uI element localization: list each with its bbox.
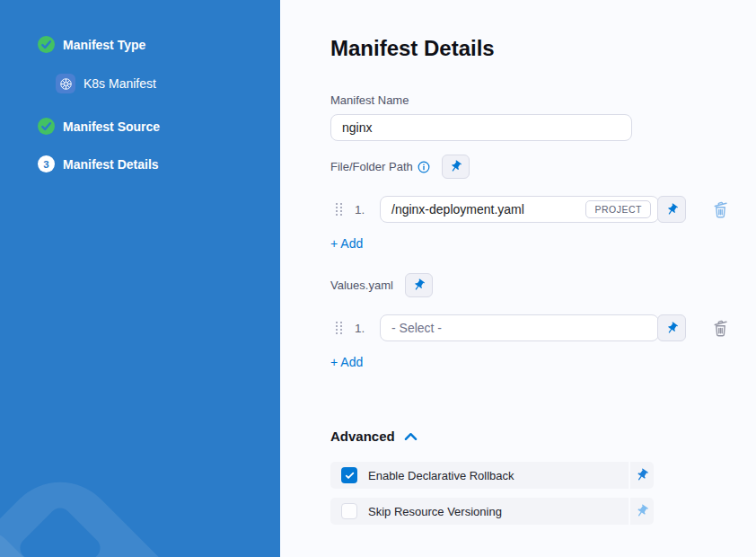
add-values-yaml-link[interactable]: + Add xyxy=(330,355,363,369)
option-label: Skip Resource Versioning xyxy=(368,505,502,518)
option-main: Enable Declarative Rollback xyxy=(330,462,629,489)
trash-icon xyxy=(711,318,730,339)
runtime-input-pin-button[interactable] xyxy=(657,196,686,223)
values-yaml-header: Values.yaml xyxy=(330,273,756,297)
select-placeholder: - Select - xyxy=(391,321,651,335)
runtime-input-pin-button[interactable] xyxy=(630,498,654,525)
values-yaml-select[interactable]: - Select - xyxy=(380,314,659,341)
manifest-name-input[interactable] xyxy=(330,114,632,141)
values-yaml-input-group: - Select - xyxy=(380,314,686,341)
option-label: Enable Declarative Rollback xyxy=(368,469,514,482)
option-row-declarative-rollback: Enable Declarative Rollback xyxy=(330,462,654,489)
row-index: 1. xyxy=(355,203,367,217)
check-circle-icon xyxy=(38,36,55,53)
option-main: Skip Resource Versioning xyxy=(330,498,629,525)
scope-badge: PROJECT xyxy=(585,200,651,218)
step-manifest-source[interactable]: Manifest Source xyxy=(38,118,160,135)
delete-row-button[interactable] xyxy=(711,199,730,220)
step-manifest-details[interactable]: 3 Manifest Details xyxy=(38,155,160,172)
pin-icon xyxy=(412,278,426,292)
file-folder-path-label: File/Folder Path xyxy=(330,160,413,173)
trash-icon xyxy=(711,199,730,220)
wizard-sidebar: Manifest Type xyxy=(0,0,280,557)
runtime-input-pin-button[interactable] xyxy=(630,462,654,489)
step-label: Manifest Type xyxy=(63,38,145,52)
file-path-value: /nginx-deployment.yaml xyxy=(391,202,585,217)
runtime-input-pin-button[interactable] xyxy=(442,155,470,179)
manifest-details-panel: Manifest Details Manifest Name File/Fold… xyxy=(280,0,756,557)
skip-versioning-checkbox[interactable] xyxy=(341,503,357,519)
advanced-toggle[interactable]: Advanced xyxy=(330,429,756,444)
info-icon[interactable] xyxy=(418,161,430,173)
drag-handle[interactable] xyxy=(336,203,342,216)
manifest-name-label: Manifest Name xyxy=(330,93,756,107)
substep-label: K8s Manifest xyxy=(84,76,156,91)
option-row-skip-versioning: Skip Resource Versioning xyxy=(330,498,654,525)
step-label: Manifest Details xyxy=(63,157,159,172)
file-path-input[interactable]: /nginx-deployment.yaml PROJECT xyxy=(380,196,659,223)
pin-icon xyxy=(635,468,649,482)
wizard-steps: Manifest Type xyxy=(38,36,160,172)
runtime-input-pin-button[interactable] xyxy=(405,273,433,297)
advanced-label: Advanced xyxy=(330,429,395,444)
pin-icon xyxy=(635,504,649,518)
kubernetes-icon xyxy=(56,74,75,93)
pin-icon xyxy=(449,160,462,173)
delete-row-button[interactable] xyxy=(711,318,730,339)
values-yaml-row: 1. - Select - xyxy=(330,314,756,341)
runtime-input-pin-button[interactable] xyxy=(657,314,686,341)
values-yaml-label: Values.yaml xyxy=(330,278,393,292)
pin-icon xyxy=(665,322,679,335)
drag-handle[interactable] xyxy=(336,322,342,334)
substep-k8s-manifest[interactable]: K8s Manifest xyxy=(56,74,160,93)
step-label: Manifest Source xyxy=(63,119,160,134)
manifest-wizard: Manifest Type xyxy=(0,0,756,557)
file-path-input-group: /nginx-deployment.yaml PROJECT xyxy=(380,196,686,223)
file-folder-path-header: File/Folder Path xyxy=(330,155,756,179)
step-number-badge: 3 xyxy=(38,155,55,172)
check-icon xyxy=(344,470,356,482)
file-path-row: 1. /nginx-deployment.yaml PROJECT xyxy=(330,196,756,223)
add-file-path-link[interactable]: + Add xyxy=(330,236,363,251)
declarative-rollback-checkbox[interactable] xyxy=(341,467,357,483)
page-title: Manifest Details xyxy=(330,36,756,61)
chevron-up-icon xyxy=(404,432,418,441)
row-index: 1. xyxy=(355,322,367,335)
pin-icon xyxy=(665,203,679,217)
check-circle-icon xyxy=(38,118,55,135)
step-manifest-type[interactable]: Manifest Type xyxy=(38,36,160,53)
